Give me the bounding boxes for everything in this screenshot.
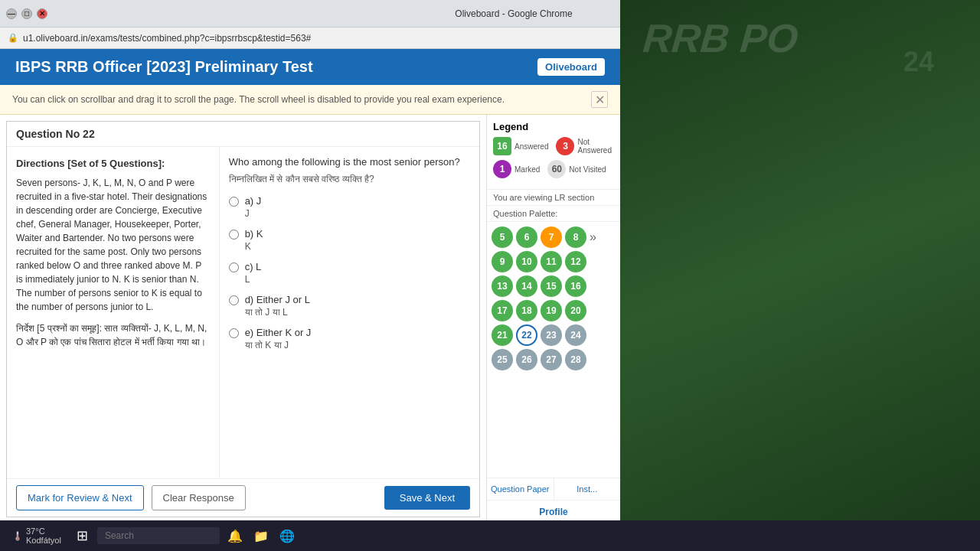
radio-e[interactable] [229, 328, 239, 338]
answered-label: Answered [514, 142, 548, 151]
save-next-btn[interactable]: Save & Next [384, 486, 470, 510]
taskbar-search[interactable] [97, 527, 220, 544]
options-pane: Who among the following is the most seni… [220, 147, 479, 478]
palette-num-17[interactable]: 17 [492, 300, 513, 321]
question-number: Question No 22 [7, 122, 479, 147]
app-header: IBPS RRB Officer [2023] Preliminary Test… [0, 49, 620, 85]
radio-c[interactable] [229, 262, 239, 272]
app-container: IBPS RRB Officer [2023] Preliminary Test… [0, 49, 620, 523]
question-palette: 5 6 7 8 » 9 10 11 12 13 14 [487, 222, 620, 478]
notification-bar: You can click on scrollbar and drag it t… [0, 85, 620, 115]
option-a[interactable]: a) J J [229, 195, 470, 219]
palette-num-13[interactable]: 13 [492, 276, 513, 297]
option-a-english: a) J [245, 195, 262, 207]
palette-num-23[interactable]: 23 [541, 324, 562, 346]
start-btn[interactable]: ⊞ [72, 527, 93, 544]
radio-a[interactable] [229, 197, 239, 207]
legend-answered: 16 Answered [493, 137, 548, 155]
option-c[interactable]: c) L L [229, 261, 470, 285]
option-e-english: e) Either K or J [245, 327, 312, 338]
directions-pane: Directions [Set of 5 Questions]: Seven p… [7, 147, 220, 478]
option-d-hindi: या तो J या L [245, 307, 310, 318]
palette-num-5[interactable]: 5 [492, 227, 513, 248]
legend-row-1: 16 Answered 3 Not Answered [493, 137, 614, 155]
close-btn[interactable]: ✕ [37, 8, 47, 19]
not-answered-label: Not Answered [577, 138, 614, 155]
palette-num-20[interactable]: 20 [565, 300, 586, 321]
palette-num-7[interactable]: 7 [541, 227, 562, 248]
palette-row-6: 25 26 27 28 [492, 349, 616, 370]
answered-badge: 16 [493, 137, 511, 155]
location: Kodfátyol [26, 536, 61, 545]
lock-icon: 🔒 [8, 33, 18, 43]
maximize-btn[interactable]: □ [21, 8, 32, 19]
palette-num-26[interactable]: 26 [516, 349, 537, 370]
palette-label: Question Palette: [487, 206, 620, 222]
directions-hindi: निर्देश [5 प्रश्नों का समूह]: सात व्यक्त… [16, 321, 210, 349]
palette-num-27[interactable]: 27 [541, 349, 562, 370]
palette-num-25[interactable]: 25 [492, 349, 513, 370]
section-info: You are viewing LR section [487, 190, 620, 206]
legend-row-2: 1 Marked 60 Not Visited [493, 160, 614, 178]
palette-num-24[interactable]: 24 [565, 324, 586, 346]
legend-title: Legend [493, 121, 614, 132]
taskbar-icon-1[interactable]: 🔔 [224, 529, 246, 543]
video-panel: RRB PO 24 [620, 0, 980, 520]
window-controls[interactable]: — □ ✕ [6, 8, 47, 19]
mark-review-btn[interactable]: Mark for Review & Next [16, 485, 144, 510]
option-a-hindi: J [245, 208, 262, 219]
taskbar-icon-3[interactable]: 🌐 [276, 529, 298, 543]
instructions-btn[interactable]: Inst... [554, 478, 621, 500]
palette-num-12[interactable]: 12 [565, 251, 586, 272]
palette-num-10[interactable]: 10 [516, 251, 537, 272]
not-answered-badge: 3 [556, 137, 574, 155]
option-e[interactable]: e) Either K or J या तो K या J [229, 327, 470, 350]
question-text-hindi: निम्नलिखित में से कौन सबसे वरिष्ठ व्यक्त… [229, 174, 470, 184]
palette-num-16[interactable]: 16 [565, 276, 586, 297]
question-text-english: Who among the following is the most seni… [229, 156, 470, 168]
weather-icon: 🌡️ [12, 531, 23, 541]
palette-num-9[interactable]: 9 [492, 251, 513, 272]
right-panel: Legend 16 Answered 3 Not Answered [486, 115, 620, 523]
directions-title: Directions [Set of 5 Questions]: [16, 156, 210, 171]
palette-num-22[interactable]: 22 [516, 324, 537, 346]
clear-response-btn[interactable]: Clear Response [152, 485, 246, 510]
radio-d[interactable] [229, 295, 239, 305]
question-footer: Mark for Review & Next Clear Response Sa… [7, 478, 479, 517]
notification-text: You can click on scrollbar and drag it t… [12, 94, 505, 105]
option-b[interactable]: b) K K [229, 228, 470, 252]
marked-label: Marked [514, 165, 540, 174]
minimize-btn[interactable]: — [6, 8, 17, 19]
option-b-english: b) K [245, 228, 263, 240]
close-notification-btn[interactable]: ✕ [591, 91, 608, 108]
palette-num-19[interactable]: 19 [541, 300, 562, 321]
palette-num-14[interactable]: 14 [516, 276, 537, 297]
url-text: u1.oliveboard.in/exams/tests/combined.ph… [23, 33, 311, 44]
legend-not-visited: 60 Not Visited [547, 160, 606, 178]
question-body: Directions [Set of 5 Questions]: Seven p… [7, 147, 479, 478]
option-d[interactable]: d) Either J or L या तो J या L [229, 294, 470, 318]
palette-num-15[interactable]: 15 [541, 276, 562, 297]
radio-b[interactable] [229, 230, 239, 240]
palette-row-5: 21 22 23 24 [492, 324, 616, 346]
not-visited-badge: 60 [547, 160, 566, 178]
app-title: IBPS RRB Officer [2023] Preliminary Test [15, 58, 313, 76]
legend-section: Legend 16 Answered 3 Not Answered [487, 115, 620, 190]
palette-num-11[interactable]: 11 [541, 251, 562, 272]
expand-btn[interactable]: » [590, 230, 596, 244]
temperature: 37°C [26, 527, 61, 536]
taskbar-icon-2[interactable]: 📁 [250, 529, 272, 543]
option-c-hindi: L [245, 274, 262, 285]
option-e-hindi: या तो K या J [245, 340, 312, 350]
bottom-tabs: Question Paper Inst... Profile [487, 478, 620, 523]
palette-num-8[interactable]: 8 [565, 227, 586, 248]
question-paper-btn[interactable]: Question Paper [487, 478, 554, 500]
legend-not-answered: 3 Not Answered [556, 137, 614, 155]
marked-badge: 1 [493, 160, 511, 178]
palette-row-4: 17 18 19 20 [492, 300, 616, 321]
palette-num-18[interactable]: 18 [516, 300, 537, 321]
palette-num-6[interactable]: 6 [516, 227, 537, 248]
palette-num-28[interactable]: 28 [565, 349, 586, 370]
palette-num-21[interactable]: 21 [492, 324, 513, 346]
palette-row-1: 5 6 7 8 » [492, 227, 616, 248]
